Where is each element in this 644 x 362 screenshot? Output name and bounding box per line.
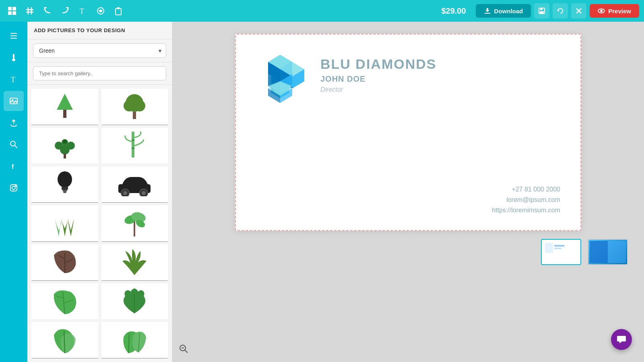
gallery-item-leaf2[interactable]: Leaf <box>101 244 169 281</box>
person-name: JOHN DOE <box>320 74 436 84</box>
side-panel: ADD PICTURES TO YOUR DESIGN Green Red Bl… <box>27 22 172 362</box>
svg-rect-15 <box>540 11 544 13</box>
svg-rect-51 <box>62 190 67 191</box>
svg-point-19 <box>600 10 603 12</box>
zoom-out-icon[interactable] <box>179 344 188 356</box>
gallery-label-grass: Grass <box>31 241 99 242</box>
svg-point-28 <box>10 141 15 146</box>
company-name: BLU DIAMONDS <box>320 56 436 72</box>
gallery-item-leaf1[interactable]: Leaf <box>31 244 99 281</box>
svg-rect-1 <box>12 7 16 10</box>
svg-rect-58 <box>134 220 135 237</box>
refresh-button[interactable] <box>553 3 568 19</box>
gallery-label-leaf2: Leaf <box>101 280 169 281</box>
search-tool-icon[interactable] <box>4 134 24 154</box>
svg-line-29 <box>15 146 17 148</box>
svg-point-37 <box>124 100 135 111</box>
redo-icon[interactable] <box>58 4 72 18</box>
text-tool-icon[interactable]: T <box>4 69 24 89</box>
facebook-tool-icon[interactable]: f <box>4 156 24 176</box>
chat-button[interactable] <box>611 329 632 350</box>
grid-icon[interactable] <box>5 4 19 18</box>
svg-rect-12 <box>485 13 490 14</box>
icon-bar: T f <box>0 22 27 362</box>
undo-icon[interactable] <box>40 4 55 18</box>
gallery-grid: Tree Tree <box>27 85 172 362</box>
gallery-item-leaves2[interactable]: Leaves <box>101 321 169 359</box>
gallery-item-tree1[interactable]: Tree <box>31 88 99 125</box>
preview-button[interactable]: Preview <box>590 4 639 18</box>
svg-point-43 <box>60 145 70 154</box>
svg-marker-34 <box>57 94 73 110</box>
card-top-section: BLU DIAMONDS JOHN DOE Director <box>256 51 560 99</box>
svg-rect-50 <box>62 187 68 190</box>
card-contact-section: +27 81 000 2000 lorem@ipsum.com https://… <box>492 186 560 214</box>
gallery-item-bulb[interactable]: Bulb <box>31 166 99 203</box>
svg-point-57 <box>142 191 146 195</box>
svg-rect-46 <box>132 132 134 158</box>
svg-point-55 <box>123 191 127 195</box>
category-dropdown[interactable]: Green Red Blue Yellow Purple <box>33 43 166 58</box>
gallery-label-leaf4: Leaf <box>101 319 169 320</box>
svg-rect-0 <box>8 7 12 10</box>
gallery-item-leaves1[interactable]: Leaves <box>31 321 99 359</box>
svg-point-32 <box>12 186 15 189</box>
search-input[interactable] <box>33 66 166 80</box>
lines-tool-icon[interactable] <box>4 26 24 46</box>
gallery-item-leaf4[interactable]: Leaf <box>101 283 169 320</box>
price-label: $29.00 <box>441 6 466 16</box>
toolbar: T $29.00 Download Preview <box>0 0 644 22</box>
gallery-label-leaves1: Leaves <box>31 358 99 359</box>
shape-icon[interactable] <box>93 4 108 18</box>
gallery-item-growing[interactable]: Growing plant <box>101 205 169 242</box>
close-button[interactable] <box>571 3 586 19</box>
gallery-label-bulb: Bulb <box>31 202 99 203</box>
svg-rect-14 <box>540 8 543 10</box>
text-icon[interactable]: T <box>76 4 90 18</box>
website-url: https://loremimsum.com <box>492 207 560 214</box>
thumbnail-2[interactable] <box>588 239 628 265</box>
card-info-section: BLU DIAMONDS JOHN DOE Director <box>320 56 436 93</box>
email-address: lorem@ipsum.com <box>492 196 560 204</box>
gallery-item-bamboo[interactable]: Bamboo <box>101 127 169 165</box>
gallery-label-asset5: Asset 5 <box>31 164 99 165</box>
download-button[interactable]: Download <box>476 4 531 18</box>
gallery-label-tree1: Tree <box>31 125 99 125</box>
search-section <box>27 62 172 85</box>
svg-text:f: f <box>12 163 14 170</box>
svg-rect-95 <box>545 243 553 253</box>
hashtag-icon[interactable] <box>23 4 37 18</box>
gallery-item-grass[interactable]: Grass <box>31 205 99 242</box>
save-button[interactable] <box>534 3 549 19</box>
clipboard-icon[interactable] <box>111 4 126 18</box>
gallery-item-tree2[interactable]: Tree <box>101 88 169 125</box>
gallery-label-car: Car <box>101 202 169 203</box>
svg-rect-2 <box>8 11 12 15</box>
gallery-label-tree2: Tree <box>101 125 169 125</box>
gallery-label-leaves2: Leaves <box>101 358 169 359</box>
brush-tool-icon[interactable] <box>4 47 24 68</box>
gallery-item-car[interactable]: Car <box>101 166 169 203</box>
phone-number: +27 81 000 2000 <box>492 186 560 193</box>
company-logo <box>256 51 304 99</box>
image-tool-icon[interactable] <box>4 91 24 111</box>
upload-tool-icon[interactable] <box>4 113 24 133</box>
business-card[interactable]: BLU DIAMONDS JOHN DOE Director +27 81 00… <box>235 34 581 231</box>
svg-line-102 <box>185 350 188 353</box>
svg-rect-11 <box>117 7 120 9</box>
instagram-tool-icon[interactable] <box>4 178 24 198</box>
gallery-item-asset5[interactable]: Asset 5 <box>31 127 99 165</box>
filter-section: Green Red Blue Yellow Purple ▾ <box>27 39 172 62</box>
svg-rect-97 <box>554 248 561 249</box>
svg-rect-23 <box>13 54 14 59</box>
gallery-label-bamboo: Bamboo <box>101 164 169 165</box>
svg-rect-99 <box>590 241 608 263</box>
svg-text:T: T <box>11 76 15 84</box>
svg-rect-3 <box>12 11 16 15</box>
svg-rect-35 <box>63 110 66 118</box>
thumbnail-1[interactable] <box>541 239 581 265</box>
svg-point-45 <box>63 140 67 144</box>
svg-rect-47 <box>132 140 134 141</box>
canvas-area: BLU DIAMONDS JOHN DOE Director +27 81 00… <box>172 22 644 362</box>
gallery-item-leaf3[interactable]: Leaf <box>31 283 99 320</box>
